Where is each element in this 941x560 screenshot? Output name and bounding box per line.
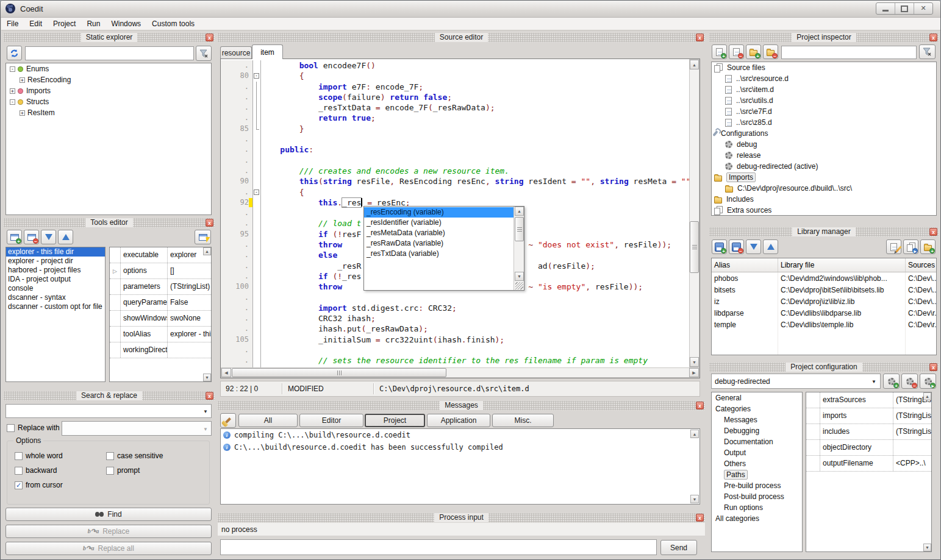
code-line[interactable]: . [221,155,689,166]
add-library-button[interactable]: + [712,239,727,254]
category-run-options[interactable]: Run options [712,502,802,513]
expander-icon[interactable]: + [20,77,25,83]
property-value[interactable]: (TStringList) [168,279,211,294]
property-value[interactable]: <CPP>..\ [893,456,931,471]
tool-list-item[interactable]: explorer - this file dir [6,247,105,257]
inspector-filter-input[interactable] [781,46,917,59]
filter-tab-project[interactable]: Project [365,414,425,427]
inspector-item[interactable]: ..\src\e7F.d [712,106,936,117]
property-row[interactable]: parameters(TStringList) [110,279,211,295]
backward-checkbox[interactable] [15,467,23,475]
code-line[interactable]: . [221,292,689,303]
code-line[interactable]: . _resTxtData = encode_7F(_resRawData); [221,102,689,113]
whole-word-checkbox[interactable] [15,452,23,460]
log-row[interactable]: icompiling C:\...\build\resource.d.coedi… [221,429,699,441]
property-row[interactable]: objectDirectory [806,440,931,456]
property-row[interactable]: extraSources(TStringList) [806,392,931,408]
completion-item[interactable]: _resIdentifier (variable) [364,218,513,228]
code-line[interactable]: . [221,134,689,144]
category-documentation[interactable]: Documentation [712,436,802,447]
edit-library-button[interactable] [886,239,901,254]
completion-item[interactable]: _resMetaData (variable) [364,228,513,238]
property-value[interactable] [893,440,931,455]
static-explorer-search-input[interactable] [25,46,194,60]
tool-list-item[interactable]: dscanner - syntax [6,293,105,302]
expander-icon[interactable]: - [10,99,15,105]
inspector-filter-button[interactable] [919,44,936,59]
tool-list-item[interactable]: explorer - project dir [6,257,105,266]
scroll-left-icon[interactable]: ◀ [221,368,231,377]
close-tools-editor-icon[interactable]: x [206,219,213,227]
code-line[interactable]: . ihash.put(_resRawData); [221,324,689,334]
tool-list-item[interactable]: harbored - project files [6,266,105,275]
replace-all-button[interactable]: b↷a Replace all [5,542,212,555]
tree-item-imports[interactable]: +Imports [6,85,211,96]
property-value[interactable]: (TStringList) [893,408,931,424]
close-library-manager-icon[interactable]: x [929,228,937,236]
property-row[interactable]: toolAliasexplorer - this file dir [110,327,211,342]
filter-button[interactable] [196,46,212,61]
add-file-button[interactable]: + [712,44,727,59]
property-row[interactable]: workingDirectory [110,342,211,358]
refresh-button[interactable] [7,46,22,60]
category-pre-build-process[interactable]: Pre-build process [712,480,802,491]
hscroll-thumb[interactable] [232,368,446,377]
inspector-item[interactable]: release [712,150,936,161]
option-from-cursor[interactable]: ✓from cursor [15,478,106,492]
inspector-item[interactable]: Extra sources [712,205,936,216]
column-header[interactable]: Library file [778,258,906,272]
tab-resource[interactable]: resource [220,46,252,58]
code-line[interactable]: . bool encodee7F() [221,60,689,71]
tool-list-item[interactable]: IDA - project output [6,275,105,284]
inspector-item[interactable]: ..\src\utils.d [712,95,936,106]
remove-configuration-button[interactable]: − [901,374,918,389]
expander-arrow-icon[interactable]: ▷ [110,263,121,278]
find-button[interactable]: Find [5,508,212,521]
table-row[interactable]: templeC:\Dev\dlibs\temple.libC:\Dev\r... [712,319,937,330]
replace-term-combobox[interactable]: ▼ [62,421,212,436]
inspector-item[interactable]: ..\src\z85.d [712,117,936,128]
resize-grip-icon[interactable] [515,282,523,289]
tree-item-enums[interactable]: -Enums [6,63,211,74]
filter-tab-application[interactable]: Application [427,414,490,427]
category-categories[interactable]: Categories [712,403,802,414]
completion-item[interactable]: _resRawData (variable) [364,238,513,249]
remove-library-button[interactable]: − [729,239,744,254]
close-static-explorer-icon[interactable]: x [206,34,213,41]
inspector-item[interactable]: debug [712,139,936,150]
replace-with-checkbox[interactable] [7,424,15,432]
column-header[interactable]: Alias [712,258,778,272]
code-line[interactable]: . return true; [221,113,689,123]
property-row[interactable]: queryParametersFalse [110,295,211,311]
property-value[interactable]: explorer - this file dir [168,327,211,342]
clone-configuration-button[interactable]: ▸ [920,374,936,389]
table-row[interactable]: phobosC:\Dev\dmd2\windows\lib\phob...C:\… [712,272,937,285]
close-button[interactable]: ✕ [914,3,932,14]
code-line[interactable]: . CRC32 ihash; [221,313,689,324]
completion-item[interactable]: _resTxtData (variable) [364,249,513,259]
popup-scrollbar[interactable]: ▲ ▼ [513,207,524,290]
code-line[interactable]: . // sets the resource identifier to the… [221,355,689,366]
completion-item[interactable]: _resEncoding (variable) [364,207,513,218]
tree-item-resencoding[interactable]: +ResEncoding [6,74,211,85]
tool-list-item[interactable]: dscanner - custom opt for file [6,302,105,311]
expander-icon[interactable]: + [20,110,25,116]
scroll-up-icon[interactable]: ▲ [515,207,524,216]
category-paths[interactable]: Paths [712,469,802,480]
property-row[interactable]: includes(TStringList) [806,424,931,440]
menu-file[interactable]: File [1,18,24,29]
code-line[interactable]: . import std.digest.crc: CRC32; [221,303,689,313]
inspector-item[interactable]: debug-redirected (active) [712,161,936,172]
menu-windows[interactable]: Windows [106,18,146,29]
inspector-item[interactable]: C:\Dev\dproj\resource.d\build\..\src\ [712,183,936,194]
tool-remove-button[interactable]: − [24,230,39,244]
close-process-input-icon[interactable]: x [696,514,704,522]
tree-item-resitem[interactable]: +ResItem [6,107,211,118]
table-row[interactable]: izC:\Dev\dproj\iz\lib\iz.libC:\Dev\... [712,296,937,307]
category-messages[interactable]: Messages [712,414,802,425]
vscroll-thumb[interactable] [690,221,699,273]
inspector-item[interactable]: Imports [712,172,936,183]
tree-item-structs[interactable]: -Structs [6,96,211,107]
code-line[interactable]: . public: [221,144,689,155]
log-row[interactable]: iC:\...\build\resource.d.coedit has been… [221,441,699,453]
